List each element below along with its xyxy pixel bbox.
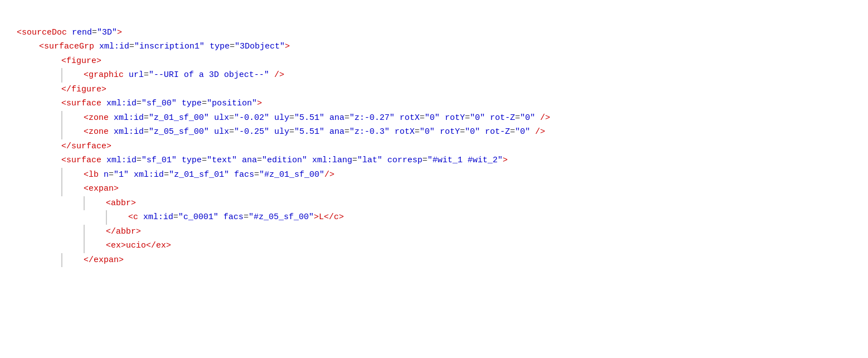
attr-value: "0" [470,113,485,123]
tag-name: surface [71,142,106,151]
vertical-bar [61,182,62,196]
attr-value: "#z_05_sf_00" [248,212,314,222]
line-content: </surface> [61,139,111,154]
attr-value: "inscription1" [134,42,204,51]
equals-sign: = [92,28,97,37]
tag-bracket: /> [535,127,545,137]
space [209,113,214,123]
tag-bracket: < [106,241,111,250]
attr-name: url [129,70,144,80]
tag-bracket: > [106,142,111,151]
attr-name: xml:id [106,156,136,165]
equals-sign: = [136,156,142,165]
attr-name: rotY [445,113,465,123]
equals-sign: = [109,170,114,180]
tag-name: zone [89,113,109,123]
attr-name: n [104,170,109,180]
tag-bracket: > [339,212,344,222]
space [218,212,223,222]
tag-bracket: > [117,28,122,37]
code-line: <figure> [17,54,851,69]
code-line: <zone xml:id="z_05_sf_00" ulx="-0.25" ul… [17,125,851,139]
attr-name: rot-Z [490,113,515,123]
attr-value: "#wit_1 #wit_2" [427,156,503,165]
tag-name: figure [66,56,96,66]
vertical-bar [106,210,107,225]
space [101,156,106,165]
space [324,113,329,123]
space [324,127,329,137]
tag-name: ex [111,241,121,250]
line-content: <sourceDoc rend="3D"> [17,26,122,40]
code-line: <surfaceGrp xml:id="inscription1" type="… [17,40,851,54]
attr-value: "5.51" [294,113,324,123]
line-content: </abbr> [106,225,141,239]
tag-bracket: /> [274,70,284,80]
text-content: L [319,212,324,222]
attr-value: "sf_00" [142,99,177,108]
line-content: <surfaceGrp xml:id="inscription1" type="… [39,40,290,54]
space [124,70,129,80]
tag-name: expan [94,255,119,265]
code-line: </expan> [17,253,851,268]
tag-bracket: > [131,199,136,208]
tag-name: lb [89,170,99,180]
tag-bracket: < [84,70,89,80]
equals-sign: = [352,156,357,165]
equals-sign: = [144,70,149,80]
space [138,212,143,222]
code-line: <sourceDoc rend="3D"> [17,26,851,40]
space [101,99,106,108]
code-line: <ex>ucio</ex> [17,239,851,253]
space [204,42,209,51]
tag-name: figure [71,85,101,94]
space [269,113,274,123]
tag-name: surfaceGrp [44,42,94,51]
code-line: <lb n="1" xml:id="z_01_sf_01" facs="#z_0… [17,168,851,182]
tag-bracket: </ [61,85,71,94]
tag-bracket: </ [84,255,94,265]
vertical-bar [61,111,62,125]
tag-bracket: > [166,241,171,250]
space [209,127,214,137]
attr-value: "--URI of a 3D object--" [149,70,269,80]
equals-sign: = [164,170,169,180]
attr-value: "lat" [357,156,382,165]
attr-name: xml:id [106,99,136,108]
equals-sign: = [257,156,262,165]
tag-bracket: /> [540,113,550,123]
attr-value: "3Dobject" [235,42,285,51]
attr-name: xml:id [143,212,173,222]
space [269,127,274,137]
code-line: </abbr> [17,225,851,239]
attr-value: "0" [465,127,480,137]
equals-sign: = [344,113,349,123]
attr-name: rend [72,28,92,37]
tag-name: expan [89,184,114,193]
equals-sign: = [229,113,234,123]
line-content: <zone xml:id="z_01_sf_00" ulx="-0.02" ul… [84,111,550,125]
attr-name: ana [242,156,257,165]
vertical-bar [84,196,85,211]
space [229,170,234,180]
tag-bracket: </ [146,241,156,250]
tag-bracket: < [106,199,111,208]
attr-value: "z:-0.27" [349,113,394,123]
equals-sign: = [173,212,178,222]
line-content: <abbr> [106,196,136,211]
attr-name: ana [329,127,344,137]
equals-sign: = [230,42,235,51]
attr-name: xml:id [99,42,129,51]
vertical-bar [84,225,85,239]
tag-bracket: > [314,212,319,222]
attr-name: type [182,99,202,108]
attr-value: "sf_01" [142,156,177,165]
tag-bracket: > [119,255,124,265]
code-line: <surface xml:id="sf_01" type="text" ana=… [17,153,851,168]
tag-name: graphic [89,70,124,80]
space [237,156,242,165]
tag-bracket: < [84,113,89,123]
attr-value: "1" [114,170,129,180]
line-content: </expan> [84,253,124,268]
vertical-bar [61,68,62,83]
